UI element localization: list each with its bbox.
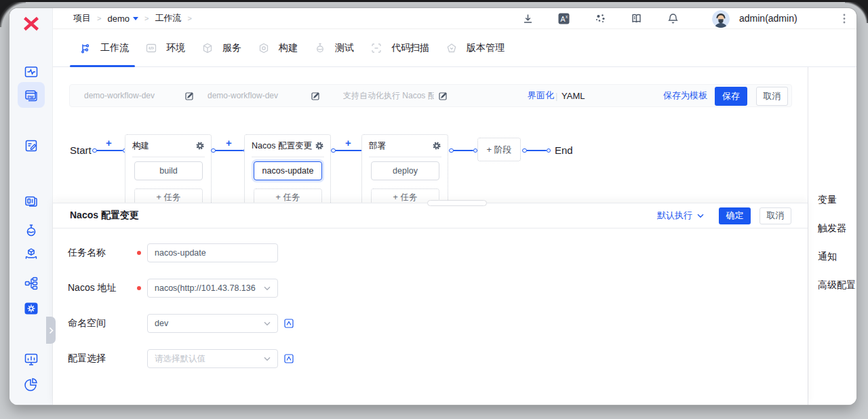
view-mode-separator: | (555, 85, 557, 106)
exec-mode-dropdown[interactable]: 默认执行 (657, 210, 704, 222)
breadcrumb-workflow[interactable]: 工作流 (155, 12, 181, 24)
app-window: PM 项目 > (9, 8, 856, 405)
edit-display-name-icon[interactable] (311, 85, 320, 106)
add-stage-plus-icon[interactable]: + (106, 137, 112, 148)
namespace-select[interactable]: dev (147, 314, 278, 333)
template-library-icon[interactable] (24, 194, 39, 209)
tab-label: 构建 (279, 42, 298, 54)
input-value: nacos-update (155, 248, 206, 258)
breadcrumb: 项目 > demo > 工作流 > (73, 8, 192, 28)
workflow-description[interactable]: 支持自动化执行 Nacos 配置 (343, 85, 434, 106)
drawer-cancel-button[interactable]: 取消 (760, 207, 791, 224)
field-label: 命名空间 (68, 317, 137, 330)
drawer-form: 任务名称 nacos-update Nacos 地址 nacos(http://… (53, 228, 808, 368)
confirm-button[interactable]: 确定 (719, 207, 751, 224)
test-center-icon[interactable] (24, 223, 39, 238)
delivery-center-icon[interactable] (24, 247, 39, 262)
user-name[interactable]: admin(admin) (739, 8, 797, 28)
breadcrumb-project[interactable]: 项目 (73, 12, 91, 24)
save-as-template-link[interactable]: 保存为模板 (663, 85, 707, 106)
version-icon (446, 43, 457, 54)
breadcrumb-demo[interactable]: demo (107, 14, 130, 24)
test-icon (315, 43, 326, 54)
save-button[interactable]: 保存 (715, 87, 747, 106)
nacos-address-select[interactable]: nacos(http://101.43.78.136 (147, 279, 278, 298)
tab-label: 服务 (222, 42, 241, 54)
more-menu-icon[interactable] (843, 14, 846, 26)
stage-settings-icon[interactable] (315, 141, 324, 151)
tab-label: 代码扫描 (391, 42, 429, 54)
avatar[interactable] (712, 10, 730, 28)
workflow-name[interactable]: demo-workflow-dev (84, 85, 155, 106)
code-scan-icon (371, 43, 382, 54)
form-row-nacos-address: Nacos 地址 nacos(http://101.43.78.136 (68, 279, 808, 298)
workflow-meta-bar: demo-workflow-dev demo-workflow-dev 支持自动… (69, 84, 792, 107)
panel-item-advanced[interactable]: 高级配置 (818, 279, 856, 292)
chevron-down-icon (264, 357, 271, 361)
edit-description-icon[interactable] (439, 85, 448, 106)
tab-environment[interactable]: 环境 (146, 29, 185, 66)
job-build[interactable]: build (134, 161, 203, 180)
canvas-start-node: Start (70, 144, 92, 156)
breadcrumb-caret-icon[interactable] (133, 17, 138, 20)
connector (453, 150, 473, 151)
tab-service[interactable]: 服务 (202, 29, 241, 66)
workflow-icon (80, 43, 91, 54)
data-insight-icon[interactable] (24, 377, 39, 392)
brand-logo[interactable] (22, 16, 40, 34)
panel-item-notify[interactable]: 通知 (818, 251, 837, 263)
job-nacos-update[interactable]: nacos-update (254, 161, 322, 180)
sidebar-collapse-handle[interactable] (46, 317, 56, 344)
environment-icon (146, 43, 157, 54)
field-label: Nacos 地址 (68, 282, 137, 294)
form-row-namespace: 命名空间 dev (68, 314, 808, 333)
language-icon[interactable]: Ax (558, 13, 570, 27)
breadcrumb-separator: > (144, 14, 149, 22)
view-mode-yaml[interactable]: YAML (561, 85, 585, 106)
tab-code-scan[interactable]: 代码扫描 (371, 29, 429, 66)
cluster-icon[interactable] (595, 13, 606, 27)
dashboard-icon[interactable] (24, 64, 39, 79)
projects-icon[interactable]: PM (24, 87, 39, 102)
panel-item-variables[interactable]: 变量 (818, 194, 837, 206)
config-select[interactable]: 请选择默认值 (147, 349, 278, 368)
data-overview-icon[interactable] (24, 352, 39, 367)
form-row-config: 配置选择 请选择默认值 (68, 349, 808, 368)
add-stage-plus-icon[interactable]: + (345, 137, 351, 148)
stage-title: 部署 (369, 140, 386, 152)
svg-text:PM: PM (28, 95, 34, 99)
tab-label: 测试 (335, 42, 354, 54)
horizontal-scrollbar[interactable] (427, 200, 487, 206)
release-plan-icon[interactable] (24, 138, 39, 153)
stage-deploy: 部署 deploy + 任务 (361, 134, 448, 208)
tab-label: 环境 (166, 42, 185, 54)
panel-item-triggers[interactable]: 触发器 (818, 222, 846, 235)
job-deploy[interactable]: deploy (371, 161, 439, 180)
add-stage-button[interactable]: + 阶段 (477, 138, 521, 161)
system-settings-icon[interactable] (24, 301, 39, 316)
stage-settings-icon[interactable] (195, 141, 205, 151)
workflow-display-name[interactable]: demo-workflow-dev (208, 85, 278, 106)
select-value: nacos(http://101.43.78.136 (155, 283, 256, 293)
select-placeholder: 请选择默认值 (155, 353, 205, 365)
tab-build[interactable]: 构建 (258, 29, 298, 66)
task-name-input[interactable]: nacos-update (147, 243, 278, 262)
use-variable-icon[interactable] (284, 319, 294, 328)
tab-version[interactable]: 版本管理 (446, 29, 505, 66)
tab-test[interactable]: 测试 (315, 29, 354, 66)
download-icon[interactable] (522, 13, 534, 27)
use-variable-icon[interactable] (284, 354, 294, 363)
stage-settings-icon[interactable] (432, 141, 441, 151)
cancel-button[interactable]: 取消 (756, 87, 788, 106)
required-dot (137, 286, 141, 290)
backdrop-top-edge (0, 0, 868, 2)
edit-name-icon[interactable] (185, 85, 194, 106)
notification-bell-icon[interactable] (667, 13, 679, 27)
add-stage-plus-icon[interactable]: + (226, 137, 232, 148)
field-label: 配置选择 (68, 353, 137, 365)
view-mode-ui[interactable]: 界面化 (528, 85, 554, 106)
tab-workflow[interactable]: 工作流 (80, 29, 129, 66)
docs-icon[interactable] (631, 13, 642, 27)
resource-config-icon[interactable] (24, 276, 39, 291)
drawer-header: Nacos 配置变更 默认执行 确定 取消 (53, 203, 808, 228)
